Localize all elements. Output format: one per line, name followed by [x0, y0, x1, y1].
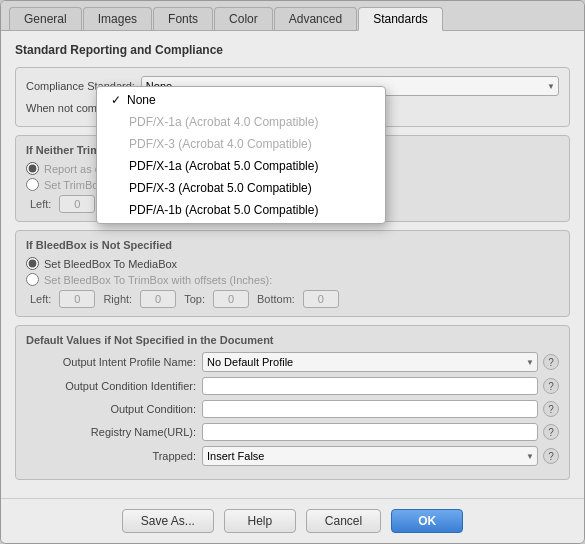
- profile-help-button[interactable]: ?: [543, 354, 559, 370]
- bleedbox-right-label: Right:: [103, 293, 132, 305]
- condition-input[interactable]: [202, 400, 538, 418]
- trapped-select[interactable]: Insert False Insert True Leave Unchanged: [202, 446, 538, 466]
- registry-input[interactable]: [202, 423, 538, 441]
- dropdown-item-none[interactable]: None: [97, 89, 385, 111]
- bleedbox-left-input[interactable]: [59, 290, 95, 308]
- bleedbox-radio-mediabox[interactable]: [26, 257, 39, 270]
- registry-help-button[interactable]: ?: [543, 424, 559, 440]
- trimbox-radio-error[interactable]: [26, 162, 39, 175]
- bleedbox-radio-label-1: Set BleedBox To MediaBox: [44, 258, 177, 270]
- trapped-row: Trapped: Insert False Insert True Leave …: [26, 446, 559, 466]
- bleedbox-right-input[interactable]: [140, 290, 176, 308]
- trapped-select-wrapper: Insert False Insert True Leave Unchanged…: [202, 446, 538, 466]
- trimbox-left-label: Left:: [30, 198, 51, 210]
- bleedbox-top-label: Top:: [184, 293, 205, 305]
- tab-bar: General Images Fonts Color Advanced Stan…: [1, 1, 584, 31]
- tab-images[interactable]: Images: [83, 7, 152, 30]
- registry-row: Registry Name(URL): ?: [26, 423, 559, 441]
- tab-general[interactable]: General: [9, 7, 82, 30]
- condition-id-input[interactable]: [202, 377, 538, 395]
- dropdown-item-x3-4[interactable]: PDF/X-3 (Acrobat 4.0 Compatible): [97, 133, 385, 155]
- bleedbox-offsets: Left: Right: Top: Bottom:: [30, 290, 559, 308]
- condition-id-help-button[interactable]: ?: [543, 378, 559, 394]
- condition-help-button[interactable]: ?: [543, 401, 559, 417]
- compliance-dropdown[interactable]: None PDF/X-1a (Acrobat 4.0 Compatible) P…: [96, 86, 386, 224]
- profile-name-select[interactable]: No Default Profile: [202, 352, 538, 372]
- dropdown-item-pdfa1b[interactable]: PDF/A-1b (Acrobat 5.0 Compatible): [97, 199, 385, 221]
- bleedbox-radio-row-1: Set BleedBox To MediaBox: [26, 257, 559, 270]
- save-as-button[interactable]: Save As...: [122, 509, 214, 533]
- dropdown-item-x3-5[interactable]: PDF/X-3 (Acrobat 5.0 Compatible): [97, 177, 385, 199]
- trapped-help-button[interactable]: ?: [543, 448, 559, 464]
- bleedbox-radio-trimbox[interactable]: [26, 273, 39, 286]
- bleedbox-title: If BleedBox is Not Specified: [26, 239, 559, 251]
- trimbox-left-input[interactable]: [59, 195, 95, 213]
- main-window: General Images Fonts Color Advanced Stan…: [0, 0, 585, 544]
- tab-fonts[interactable]: Fonts: [153, 7, 213, 30]
- cancel-button[interactable]: Cancel: [306, 509, 381, 533]
- bleedbox-bottom-label: Bottom:: [257, 293, 295, 305]
- profile-name-select-wrapper: No Default Profile ▼: [202, 352, 538, 372]
- dropdown-item-x1a-4[interactable]: PDF/X-1a (Acrobat 4.0 Compatible): [97, 111, 385, 133]
- bleedbox-radio-label-2: Set BleedBox To TrimBox with offsets (In…: [44, 274, 272, 286]
- tab-color[interactable]: Color: [214, 7, 273, 30]
- help-button[interactable]: Help: [224, 509, 296, 533]
- condition-label: Output Condition:: [26, 403, 196, 415]
- condition-row: Output Condition: ?: [26, 400, 559, 418]
- tab-standards[interactable]: Standards: [358, 7, 443, 31]
- defaults-title: Default Values if Not Specified in the D…: [26, 334, 559, 346]
- profile-name-row: Output Intent Profile Name: No Default P…: [26, 352, 559, 372]
- trimbox-radio-mediabox[interactable]: [26, 178, 39, 191]
- bleedbox-radio-row-2: Set BleedBox To TrimBox with offsets (In…: [26, 273, 559, 286]
- bottom-bar: Save As... Help Cancel OK: [1, 498, 584, 543]
- condition-id-row: Output Condition Identifier: ?: [26, 377, 559, 395]
- profile-name-label: Output Intent Profile Name:: [26, 356, 196, 368]
- tab-advanced[interactable]: Advanced: [274, 7, 357, 30]
- dropdown-item-x1a-5[interactable]: PDF/X-1a (Acrobat 5.0 Compatible): [97, 155, 385, 177]
- bleedbox-section: If BleedBox is Not Specified Set BleedBo…: [15, 230, 570, 317]
- bleedbox-bottom-input[interactable]: [303, 290, 339, 308]
- defaults-section: Default Values if Not Specified in the D…: [15, 325, 570, 480]
- bleedbox-top-input[interactable]: [213, 290, 249, 308]
- bleedbox-left-label: Left:: [30, 293, 51, 305]
- condition-id-label: Output Condition Identifier:: [26, 380, 196, 392]
- registry-label: Registry Name(URL):: [26, 426, 196, 438]
- trapped-label: Trapped:: [26, 450, 196, 462]
- ok-button[interactable]: OK: [391, 509, 463, 533]
- section-title: Standard Reporting and Compliance: [15, 43, 570, 57]
- content-area: Standard Reporting and Compliance Compli…: [1, 31, 584, 498]
